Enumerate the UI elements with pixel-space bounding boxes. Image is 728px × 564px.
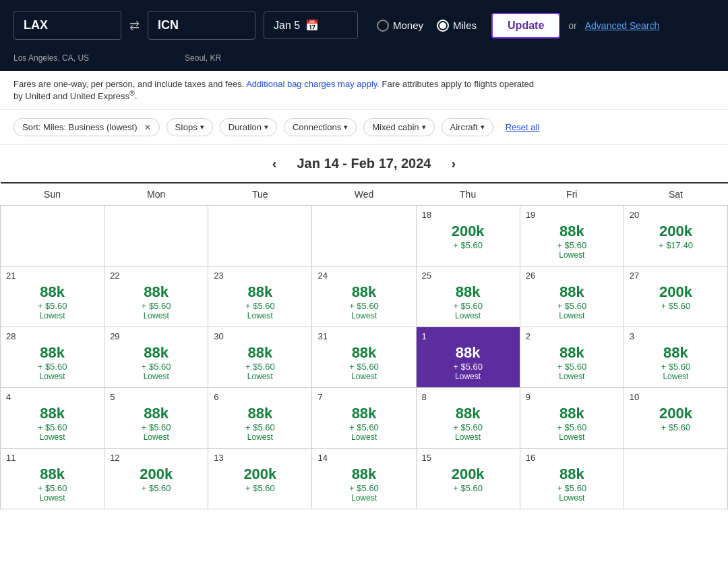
price-fee: + $5.60 [526, 301, 618, 311]
day-number: 25 [422, 271, 514, 281]
sort-pill[interactable]: Sort: Miles: Business (lowest) ✕ [13, 118, 160, 136]
calendar-cell[interactable]: 30 88k + $5.60 Lowest [208, 327, 312, 388]
calendar-cell[interactable]: 4 88k + $5.60 Lowest [1, 388, 104, 449]
calendar-cell[interactable]: 19 88k + $5.60 Lowest [520, 206, 624, 266]
price-miles: 200k [630, 223, 722, 240]
calendar-cell[interactable]: 26 88k + $5.60 Lowest [520, 266, 624, 327]
miles-radio-circle[interactable] [437, 20, 449, 32]
calendar-header-row: Sun Mon Tue Wed Thu Fri Sat [1, 183, 728, 206]
price-lowest: Lowest [526, 372, 618, 381]
dest-city-label: Seoul, KR [185, 53, 221, 63]
day-number: 8 [422, 392, 514, 402]
bag-charges-link[interactable]: Additional bag charges may apply. [246, 79, 380, 89]
price-miles: 88k [317, 344, 410, 362]
price-fee: + $5.60 [6, 422, 98, 432]
calendar-cell[interactable]: 10 200k + $5.60 [624, 388, 727, 449]
day-header-wed: Wed [312, 183, 416, 206]
price-lowest: Lowest [214, 432, 306, 442]
miles-radio-label[interactable]: Miles [437, 20, 477, 32]
prev-arrow[interactable]: ‹ [272, 156, 277, 171]
calendar-cell[interactable]: 6 88k + $5.60 Lowest [208, 388, 312, 449]
sort-remove-icon[interactable]: ✕ [144, 123, 151, 132]
price-miles: 88k [317, 466, 410, 483]
day-number: 15 [422, 453, 514, 463]
price-fee: + $5.60 [630, 362, 722, 372]
day-number: 7 [317, 392, 410, 402]
price-miles: 88k [526, 283, 618, 301]
next-arrow[interactable]: › [452, 156, 456, 171]
price-miles: 88k [214, 405, 306, 422]
calendar-cell[interactable]: 18 200k + $5.60 [416, 206, 520, 266]
price-lowest: Lowest [214, 311, 306, 320]
money-radio-label[interactable]: Money [377, 20, 423, 32]
calendar-cell[interactable]: 15 200k + $5.60 [416, 449, 520, 509]
calendar-cell[interactable]: 20 200k + $17.40 [624, 206, 727, 266]
calendar-cell[interactable]: 25 88k + $5.60 Lowest [416, 266, 520, 327]
calendar-cell[interactable]: 16 88k + $5.60 Lowest [520, 449, 624, 509]
day-header-thu: Thu [416, 183, 520, 206]
calendar-cell[interactable]: 27 200k + $5.60 [624, 266, 727, 327]
day-header-tue: Tue [208, 183, 312, 206]
destination-input[interactable]: ICN [148, 11, 255, 40]
day-number: 2 [526, 331, 618, 341]
calendar-cell[interactable]: 13 200k + $5.60 [208, 449, 312, 509]
date-picker[interactable]: Jan 5 📅 [264, 11, 358, 39]
calendar-cell[interactable]: 12 200k + $5.60 [104, 449, 208, 509]
calendar-cell[interactable]: 24 88k + $5.60 Lowest [312, 266, 416, 327]
calendar-cell[interactable]: 2 88k + $5.60 Lowest [520, 327, 624, 388]
day-number: 30 [214, 331, 306, 341]
connections-filter[interactable]: Connections ▾ [284, 118, 357, 136]
price-miles: 88k [214, 283, 306, 301]
calendar-cell[interactable]: 8 88k + $5.60 Lowest [416, 388, 520, 449]
price-miles: 200k [214, 466, 306, 483]
price-fee: + $5.60 [630, 301, 722, 311]
advanced-search-link[interactable]: Advanced Search [585, 20, 660, 31]
price-fee: + $5.60 [422, 422, 514, 432]
mixed-cabin-filter[interactable]: Mixed cabin ▾ [363, 118, 434, 136]
price-fee: + $5.60 [110, 422, 202, 432]
calendar-cell[interactable]: 29 88k + $5.60 Lowest [104, 327, 208, 388]
day-number: 4 [6, 392, 98, 402]
price-miles: 88k [110, 283, 202, 301]
price-fee: + $5.60 [422, 483, 514, 493]
swap-icon[interactable]: ⇄ [129, 18, 140, 33]
price-miles: 88k [317, 283, 410, 301]
calendar-row: 4 88k + $5.60 Lowest 5 88k + $5.60 Lowes… [1, 388, 728, 449]
price-lowest: Lowest [317, 372, 410, 381]
price-lowest: Lowest [526, 311, 618, 320]
price-fee: + $5.60 [6, 362, 98, 372]
aircraft-filter[interactable]: Aircraft ▾ [442, 118, 493, 136]
day-number: 19 [526, 210, 618, 220]
day-number: 16 [526, 453, 618, 463]
money-radio-circle[interactable] [377, 20, 389, 32]
duration-filter[interactable]: Duration ▾ [220, 118, 277, 136]
calendar-cell[interactable]: 5 88k + $5.60 Lowest [104, 388, 208, 449]
day-number: 26 [526, 271, 618, 281]
price-fee: + $5.60 [422, 240, 514, 250]
calendar-cell[interactable]: 21 88k + $5.60 Lowest [1, 266, 104, 327]
price-fee: + $5.60 [317, 483, 410, 493]
duration-label: Duration [229, 122, 262, 132]
price-miles: 88k [422, 344, 514, 362]
calendar-cell[interactable]: 1 88k + $5.60 Lowest [416, 327, 520, 388]
calendar-cell[interactable]: 31 88k + $5.60 Lowest [312, 327, 416, 388]
calendar-cell[interactable]: 23 88k + $5.60 Lowest [208, 266, 312, 327]
price-miles: 88k [110, 405, 202, 422]
update-button[interactable]: Update [491, 13, 560, 38]
fare-type-selector: Money Miles [377, 20, 477, 32]
calendar-cell[interactable]: 7 88k + $5.60 Lowest [312, 388, 416, 449]
calendar-cell[interactable]: 22 88k + $5.60 Lowest [104, 266, 208, 327]
origin-input[interactable]: LAX [13, 11, 121, 40]
calendar-cell[interactable]: 11 88k + $5.60 Lowest [1, 449, 104, 509]
calendar-cell[interactable]: 3 88k + $5.60 Lowest [624, 327, 727, 388]
reset-all-link[interactable]: Reset all [506, 122, 540, 132]
price-lowest: Lowest [526, 493, 618, 503]
calendar-cell[interactable]: 9 88k + $5.60 Lowest [520, 388, 624, 449]
calendar-cell[interactable]: 28 88k + $5.60 Lowest [1, 327, 104, 388]
stops-filter[interactable]: Stops ▾ [166, 118, 213, 136]
price-miles: 88k [422, 405, 514, 422]
day-header-fri: Fri [520, 183, 624, 206]
calendar-cell[interactable]: 14 88k + $5.60 Lowest [312, 449, 416, 509]
price-miles: 88k [6, 344, 98, 362]
price-miles: 88k [422, 283, 514, 301]
